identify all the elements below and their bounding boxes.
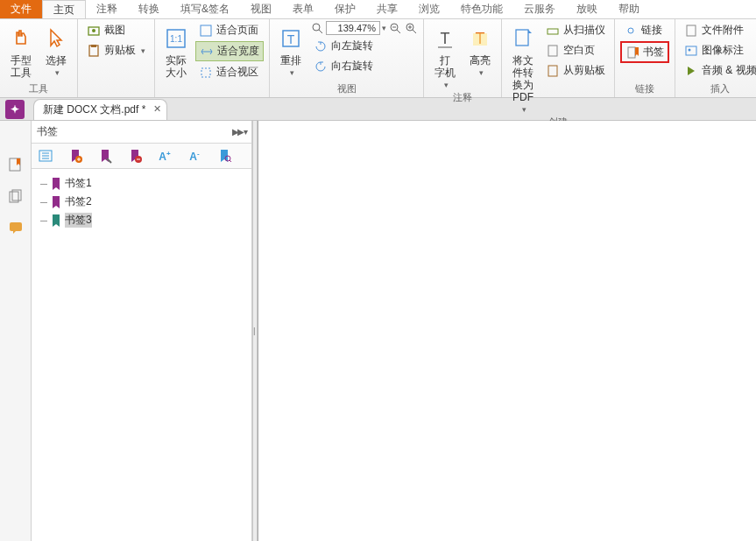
rotate-left-icon (314, 39, 328, 53)
snapshot-label: 截图 (104, 23, 125, 38)
menu-slideshow[interactable]: 放映 (566, 0, 608, 18)
bookmark-item[interactable]: 书签3 (35, 211, 248, 229)
menu-view[interactable]: 视图 (240, 0, 282, 18)
reflow-icon: T (277, 25, 305, 53)
text-smaller-icon[interactable]: A- (186, 147, 203, 165)
group-create: 将文件转 换为PDF 从扫描仪 空白页 从剪贴板 创建 (502, 19, 615, 97)
page-view[interactable] (258, 121, 756, 541)
bookmark-button[interactable]: 书签 (620, 41, 669, 63)
group-view-label: 视图 (275, 82, 418, 97)
bookmark-panel: 书签 ▶▶ ▾ A+ A- 书签1 书签2 书签3 (32, 121, 252, 541)
app-icon[interactable]: ✦ (5, 100, 25, 119)
bookmark-ribbon-icon (625, 46, 639, 60)
rail-bookmark-icon[interactable] (7, 156, 25, 173)
select-label: 选择 (46, 54, 67, 67)
svg-rect-7 (201, 68, 210, 77)
from-clipboard-label: 从剪贴板 (563, 63, 605, 78)
reflow-button[interactable]: T 重排 (275, 21, 307, 79)
reflow-label: 重排 (280, 54, 301, 67)
zoom-out-icon[interactable] (388, 21, 402, 35)
fit-page-button[interactable]: 适合页面 (195, 21, 264, 39)
svg-rect-3 (91, 45, 96, 47)
fit-width-label: 适合宽度 (217, 44, 259, 59)
bookmark-toolbar: A+ A- (32, 143, 251, 169)
from-clipboard-icon (546, 64, 560, 78)
bookmark-item[interactable]: 书签1 (35, 174, 248, 193)
from-clipboard-button[interactable]: 从剪贴板 (542, 61, 609, 80)
group-fit-label (160, 85, 264, 97)
svg-point-24 (689, 48, 691, 51)
group-links-label: 链接 (620, 82, 669, 97)
menu-convert[interactable]: 转换 (128, 0, 170, 18)
group-clipboard: 截图 剪贴板 (78, 19, 155, 97)
workspace: 书签 ▶▶ ▾ A+ A- 书签1 书签2 书签3 (0, 121, 756, 541)
group-tools-label: 工具 (5, 82, 72, 97)
convert-pdf-label: 将文件转 换为PDF (509, 54, 537, 103)
select-tool-button[interactable]: 选择 (40, 21, 72, 79)
snapshot-button[interactable]: 截图 (83, 21, 149, 39)
convert-pdf-icon (509, 25, 537, 53)
attach-button[interactable]: 文件附件 (681, 21, 756, 39)
expand-all-icon[interactable] (37, 147, 54, 165)
bookmark-label: 书签 (643, 45, 664, 60)
clipboard-icon (87, 44, 101, 58)
menu-protect[interactable]: 保护 (324, 0, 366, 18)
svg-rect-17 (516, 30, 528, 46)
fit-page-label: 适合页面 (216, 23, 258, 38)
menu-help[interactable]: 帮助 (608, 0, 650, 18)
menu-bar: 文件 主页 注释 转换 填写&签名 视图 表单 保护 共享 浏览 特色功能 云服… (0, 0, 756, 19)
from-scanner-button[interactable]: 从扫描仪 (542, 21, 609, 39)
collapse-panel-icon[interactable]: ▶▶ ▾ (232, 127, 246, 137)
document-tab[interactable]: 新建 DOCX 文档.pdf * ✕ (33, 99, 167, 120)
attach-label: 文件附件 (702, 23, 744, 38)
menu-browse[interactable]: 浏览 (408, 0, 450, 18)
group-view: T 重排 139.47% ▾ 向左旋转 向右旋转 (270, 19, 424, 97)
hand-tool-button[interactable]: 手型 工具 (5, 21, 37, 79)
rail-pages-icon[interactable] (7, 187, 25, 205)
svg-rect-21 (628, 47, 635, 58)
delete-bookmark-icon[interactable] (126, 147, 144, 165)
zoom-in-icon[interactable] (404, 21, 418, 35)
bookmark-tree: 书签1 书签2 书签3 (32, 169, 251, 235)
document-tab-title: 新建 DOCX 文档.pdf * (43, 103, 145, 116)
group-clipboard-label (83, 85, 149, 97)
blank-page-button[interactable]: 空白页 (542, 41, 609, 60)
text-larger-icon[interactable]: A+ (156, 147, 173, 165)
menu-form[interactable]: 表单 (282, 0, 324, 18)
svg-rect-22 (687, 25, 696, 36)
zoom-control[interactable]: 139.47% ▾ (310, 21, 418, 35)
rotate-left-button[interactable]: 向左旋转 (310, 37, 418, 55)
bookmark-panel-header: 书签 ▶▶ ▾ (32, 121, 251, 143)
fit-width-button[interactable]: 适合宽度 (195, 41, 264, 61)
actual-size-button[interactable]: 1:1 实际 大小 (160, 21, 192, 79)
bookmark-panel-title: 书签 (37, 124, 58, 139)
clipboard-label: 剪贴板 (104, 43, 136, 58)
menu-cloud[interactable]: 云服务 (513, 0, 566, 18)
img-annot-label: 图像标注 (702, 43, 744, 58)
svg-point-10 (313, 24, 320, 31)
convert-pdf-button[interactable]: 将文件转 换为PDF (507, 21, 539, 116)
typewriter-button[interactable]: T 打 字机 (429, 21, 461, 91)
bookmark-search-icon[interactable] (215, 147, 233, 165)
img-annot-button[interactable]: 图像标注 (681, 41, 756, 60)
fit-visible-button[interactable]: 适合视区 (195, 63, 264, 81)
menu-fill[interactable]: 填写&签名 (170, 0, 240, 18)
zoom-value[interactable]: 139.47% (326, 21, 380, 35)
rotate-right-button[interactable]: 向右旋转 (310, 57, 418, 75)
bookmark-item[interactable]: 书签2 (35, 193, 248, 211)
menu-share[interactable]: 共享 (366, 0, 408, 18)
highlight-button[interactable]: T 高亮 (464, 21, 496, 79)
av-button[interactable]: 音频 & 视频 (681, 61, 756, 80)
link-button[interactable]: 链接 (620, 21, 669, 39)
menu-feature[interactable]: 特色功能 (450, 0, 513, 18)
rail-comments-icon[interactable] (7, 219, 25, 236)
close-tab-icon[interactable]: ✕ (153, 103, 161, 115)
new-bookmark-icon[interactable] (67, 147, 84, 165)
bookmark-tool-icon[interactable] (96, 147, 114, 165)
menu-annot[interactable]: 注释 (86, 0, 128, 18)
zoom-dropdown-icon[interactable]: ▾ (382, 24, 386, 32)
menu-home[interactable]: 主页 (42, 0, 86, 18)
clipboard-button[interactable]: 剪贴板 (83, 41, 149, 60)
menu-file[interactable]: 文件 (0, 0, 42, 18)
image-icon (684, 44, 698, 58)
